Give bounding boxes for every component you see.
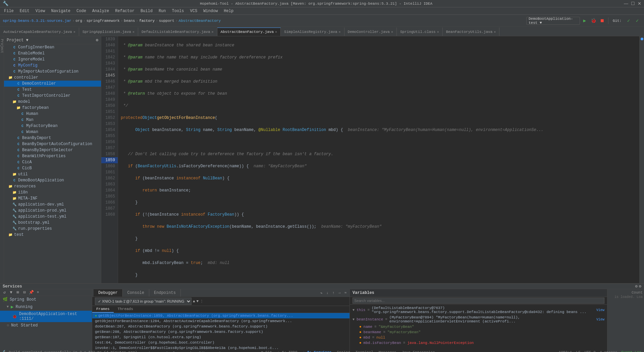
sort-icon[interactable]: ⊟ xyxy=(21,290,28,295)
tree-metainf-folder[interactable]: 📁META-INF xyxy=(4,195,101,202)
thread-options[interactable]: ⋮ xyxy=(200,299,204,304)
tree-myconfig[interactable]: CMyConfig xyxy=(4,62,101,69)
tab-democontroller[interactable]: DemoController.java ✕ xyxy=(344,28,397,36)
menu-edit[interactable]: Edit xyxy=(17,8,32,14)
tree-bootstrap-yml[interactable]: 🔧bootstrap.yml xyxy=(4,220,101,226)
tab-autowire[interactable]: AutowireCapableBeanFactory.java ✕ xyxy=(0,28,79,36)
debug-step-over[interactable]: ↷ xyxy=(319,291,324,295)
terminal-tab[interactable]: Terminal xyxy=(354,350,375,352)
debug-step-out[interactable]: ↑ xyxy=(331,291,336,295)
tree-util-folder[interactable]: 📁util xyxy=(4,171,101,177)
tab-springapp[interactable]: SpringApplication.java ✕ xyxy=(79,28,138,36)
tree-app-dev-yml[interactable]: 🔧application-dev.yml xyxy=(4,202,101,208)
tree-myfactorybean[interactable]: CMyFactoryBean xyxy=(4,123,101,129)
view-link[interactable]: View xyxy=(596,308,604,312)
tab-debugger[interactable]: Debugger xyxy=(94,289,123,297)
code-content[interactable]: * @param beanInstance the shared bean in… xyxy=(118,36,639,283)
tree-beansbyimportselector[interactable]: CBeansByImportSelector xyxy=(4,147,101,153)
tree-resources-folder[interactable]: 📁resources xyxy=(4,183,101,189)
settings-icon[interactable]: ⚙ xyxy=(635,284,638,289)
filter-icon[interactable]: ▼ xyxy=(8,290,14,295)
pin-icon[interactable]: 📌 xyxy=(28,290,34,295)
git-button[interactable]: Git: xyxy=(610,17,624,25)
debug-evaluate[interactable]: ≈ xyxy=(343,291,348,295)
tree-factorybean-folder[interactable]: 📁factorybean xyxy=(4,105,101,111)
thread-up[interactable]: ▲ xyxy=(193,299,195,303)
project-stripe[interactable]: Project xyxy=(0,39,4,53)
var-mbd-isfactorybean[interactable]: ● mbd.isFactoryBean = java.lang.NullPoin… xyxy=(350,340,607,346)
scroll-marker[interactable] xyxy=(641,38,643,40)
tab-springutil[interactable]: SpringUtil.class ✕ xyxy=(397,28,443,36)
tree-human[interactable]: CHuman xyxy=(4,111,101,117)
check-icon[interactable]: ✓ xyxy=(625,17,633,25)
var-name[interactable]: ● name = "&myFactoryBean" xyxy=(350,324,607,329)
demo-app-item[interactable]: 🐞 DemoBootApplication-test :1111/ xyxy=(0,311,92,322)
frame-item[interactable]: getObjectForBeanInstance:1284, AbstractA… xyxy=(92,318,350,324)
sync-icon[interactable]: ⚙ xyxy=(96,38,98,43)
menu-vcs[interactable]: VCS xyxy=(187,8,200,14)
menu-analyze[interactable]: Analyze xyxy=(90,8,112,14)
tree-beanbyimportauto[interactable]: CBeanByImportAutoConfiguration xyxy=(4,141,101,147)
thread-dropdown[interactable]: ✓ XNIO-1 task-1'@7,613 in group "main": … xyxy=(95,298,192,305)
tree-i18n-folder[interactable]: 📁i18n xyxy=(4,189,101,195)
maximize-button[interactable]: ☐ xyxy=(631,1,635,6)
thread-down[interactable]: ▼ xyxy=(197,299,199,303)
var-search-input[interactable] xyxy=(353,298,604,304)
check2-icon[interactable]: ✓ xyxy=(633,17,641,25)
debug-button[interactable]: 🐞 xyxy=(589,17,597,25)
spring-boot-item[interactable]: 🌿 Spring Boot xyxy=(0,296,92,303)
tree-cicb[interactable]: CCicB xyxy=(4,165,101,171)
frame-item[interactable]: ● getObjectForBeanInstance:1859, Abstrac… xyxy=(92,313,350,318)
tree-testimport[interactable]: CTestImportController xyxy=(4,93,101,99)
add-icon[interactable]: + xyxy=(35,290,41,295)
var-this[interactable]: ▼ this = (DefaultListableBeanFactory@763… xyxy=(350,305,607,315)
menu-navigate[interactable]: Navigate xyxy=(48,8,73,14)
tab-endpoints[interactable]: Endpoints xyxy=(149,289,181,297)
menu-build[interactable]: Build xyxy=(138,8,155,14)
close-button[interactable]: ✕ xyxy=(638,1,641,6)
reload-icon[interactable]: ↺ xyxy=(1,290,7,295)
minimize-button[interactable]: — xyxy=(624,1,628,6)
menu-tools[interactable]: Tools xyxy=(169,8,187,14)
todo-tab[interactable]: ⚠ 6: TODO xyxy=(275,350,299,352)
tree-democontroller[interactable]: CDemoController xyxy=(4,81,101,87)
java-enterprise-tab[interactable]: Java Enterprise xyxy=(400,350,437,352)
frame-item[interactable]: getBean:208, AbstractBeanFactory (org.sp… xyxy=(92,329,350,335)
tree-demobootapp[interactable]: CDemoBootApplication xyxy=(4,177,101,183)
menu-refactor[interactable]: Refactor xyxy=(112,8,137,14)
run-config-dropdown[interactable]: DemoBootApplication-test ▼ xyxy=(526,17,580,25)
tree-beanbyimport[interactable]: CBeanByImport xyxy=(4,135,101,141)
debug-step-into[interactable]: ↓ xyxy=(325,291,330,295)
menu-run[interactable]: Run xyxy=(156,8,169,14)
tree-enable-model[interactable]: CEnableModel xyxy=(4,50,101,56)
tab-abstractbean[interactable]: AbstractBeanFactory.java ✕ xyxy=(217,28,281,36)
tab-beanfactoryutils[interactable]: BeanFactoryUtils.java ✕ xyxy=(443,28,500,36)
menu-code[interactable]: Code xyxy=(74,8,89,14)
not-started-item[interactable]: ○ Not Started xyxy=(0,322,92,329)
var-beanname[interactable]: ● beanName = "myFactoryBean" xyxy=(350,329,607,335)
messages-tab[interactable]: Messages xyxy=(377,350,398,352)
tree-run-props[interactable]: 🔧run.properties xyxy=(4,226,101,232)
expand-icon[interactable]: ▼ xyxy=(7,305,9,309)
tree-ignore-model[interactable]: CIgnoreModel xyxy=(4,56,101,62)
tree-config-inner-bean[interactable]: CConfigInnerBean xyxy=(4,44,101,50)
tree-woman[interactable]: CWoman xyxy=(4,129,101,135)
tree-myimport[interactable]: CMyImportAutoConfiguration xyxy=(4,69,101,75)
tree-man[interactable]: CMan xyxy=(4,117,101,123)
var-beaninstance[interactable]: ▼ beanInstance = (MyFactoryBean@7894) "M… xyxy=(350,315,607,324)
tree-model-folder[interactable]: 📁model xyxy=(4,99,101,105)
frame-item[interactable]: test:64, DemoController (org.hopehomi.bo… xyxy=(92,340,350,345)
gear-icon[interactable]: ⚙ xyxy=(639,284,641,289)
threads-tab[interactable]: Threads xyxy=(114,306,137,313)
tab-defaultlistable[interactable]: DefaultListableBeanFactory.java ✕ xyxy=(138,28,217,36)
code-area[interactable]: 1839 1840 1841 1842 1843 1844 1845 1846 … xyxy=(101,36,639,283)
view-link[interactable]: View xyxy=(596,318,604,321)
tree-controller-folder[interactable]: 📁controller xyxy=(4,75,101,81)
tree-beanwithprops[interactable]: CBeanWithProperties xyxy=(4,153,101,159)
tree-cica[interactable]: CCicA xyxy=(4,159,101,165)
event-log-indicator[interactable]: Event Log xyxy=(622,350,641,352)
var-mbd[interactable]: ● mbd = null xyxy=(350,335,607,340)
tab-simplealias[interactable]: SimpleAliasRegistry.java ✕ xyxy=(281,28,344,36)
debug-run-to-cursor[interactable]: → xyxy=(337,291,342,295)
tree-app-prod-yml[interactable]: 🔧application-prod.yml xyxy=(4,208,101,214)
